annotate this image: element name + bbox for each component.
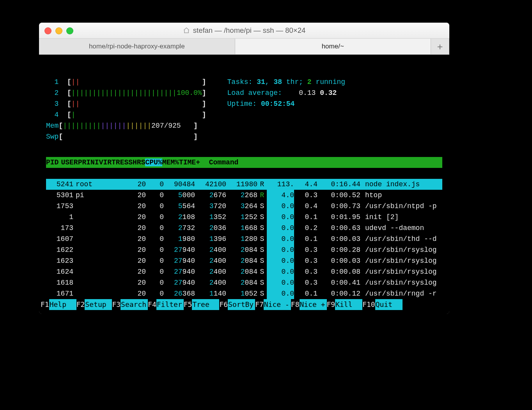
terminal[interactable]: 1 [|| ] Tasks: 31, 38 thr; 2 running 2 [… [39,55,449,314]
fnkey-F3[interactable]: F3 [112,300,121,308]
fnkey-F9[interactable]: F9 [327,300,335,308]
fnkey-bar: F1Help F2Setup F3SearchF4FilterF5Tree F6… [39,299,449,314]
process-row[interactable]: 5301pi200500026762268R4.00.30:00.52htop [46,190,442,201]
process-row[interactable]: 1753200556437203264S0.00.40:00.73/usr/sb… [46,201,442,212]
minimize-icon[interactable] [55,27,62,34]
process-row[interactable]: 16232002794024002084S0.00.30:00.03/usr/s… [46,255,442,266]
process-row[interactable]: 16242002794024002084S0.00.30:00.08/usr/s… [46,266,442,277]
process-list[interactable]: 5241root200904844210011980R113.4.40:16.4… [46,179,442,314]
home-icon [183,27,190,34]
new-tab-button[interactable]: ＋ [431,39,449,54]
fnkey-F7[interactable]: F7 [255,300,264,308]
tab-label: home/rpi-node-haproxy-example [89,43,185,50]
htop-meters: 1 [|| ] Tasks: 31, 38 thr; 2 running 2 [… [46,77,442,142]
fnkey-F8[interactable]: F8 [291,300,300,308]
process-row[interactable]: 16712002636811401052S0.00.10:00.12/usr/s… [46,288,442,299]
process-row[interactable]: 5241root200904844210011980R113.4.40:16.4… [46,179,442,190]
process-row[interactable]: 1607200198013961280S0.00.10:00.03/usr/sb… [46,234,442,244]
window-controls [44,27,73,34]
fnkey-F4[interactable]: F4 [148,300,156,308]
tab-1[interactable]: home/~ [235,39,431,54]
fnkey-F2[interactable]: F2 [76,300,85,308]
fnkey-F1[interactable]: F1 [41,300,49,308]
tabbar: home/rpi-node-haproxy-example home/~ ＋ [39,39,449,55]
desktop: stefan — /home/pi — ssh — 80×24 home/rpi… [0,0,532,410]
fnkey-F10[interactable]: F10 [362,300,375,308]
tab-0[interactable]: home/rpi-node-haproxy-example [39,39,235,54]
process-row[interactable]: 1200210813521252S0.00.10:01.95init [2] [46,212,442,223]
titlebar[interactable]: stefan — /home/pi — ssh — 80×24 [39,23,449,39]
process-row[interactable]: 16222002794024002084S0.00.30:00.28/usr/s… [46,244,442,255]
close-icon[interactable] [44,27,51,34]
process-row[interactable]: 16182002794024002084S0.00.30:00.41/usr/s… [46,277,442,288]
terminal-window: stefan — /home/pi — ssh — 80×24 home/rpi… [39,23,449,314]
fnkey-F5[interactable]: F5 [184,300,192,308]
process-header[interactable]: PIDUSERPRINIVIRTRESSHRSCPU%MEM%TIME+ Com… [46,157,442,168]
process-row[interactable]: 173200273220361668S0.00.20:00.63udevd --… [46,223,442,234]
zoom-icon[interactable] [66,27,73,34]
window-title: stefan — /home/pi — ssh — 80×24 [183,26,305,35]
window-title-label: stefan — /home/pi — ssh — 80×24 [193,26,305,35]
fnkey-F6[interactable]: F6 [219,300,228,308]
tab-label: home/~ [322,43,344,50]
